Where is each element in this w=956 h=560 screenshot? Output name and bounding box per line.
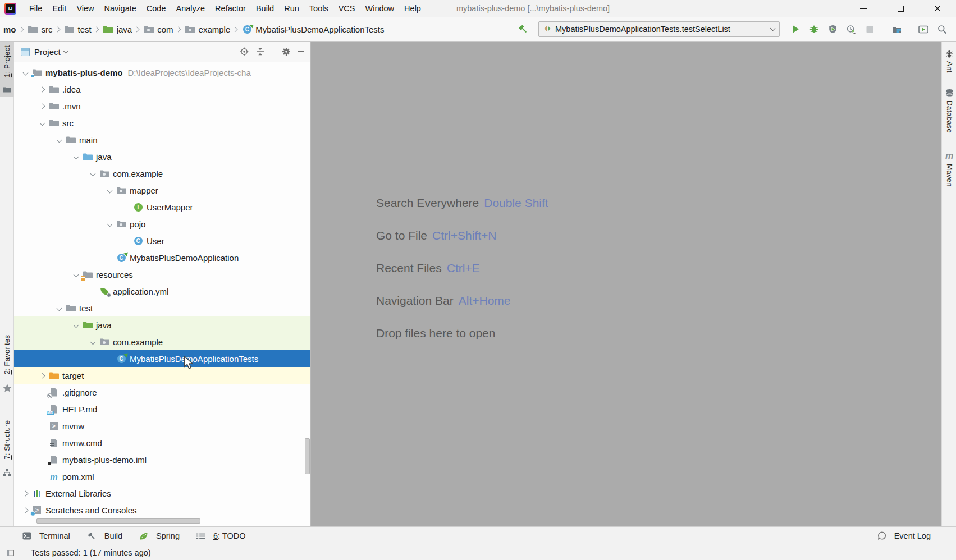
settings-button[interactable] (282, 47, 291, 56)
tree-collapse-chevron-icon[interactable] (53, 138, 65, 142)
tree-row[interactable]: CMybatisPlusDemoApplication (14, 249, 310, 266)
tree-row[interactable]: java (14, 316, 310, 333)
menu-code[interactable]: Code (141, 2, 171, 15)
editor-area[interactable]: Search EverywhereDouble ShiftGo to FileC… (311, 42, 941, 526)
folder-icon (65, 304, 76, 313)
search-button[interactable] (934, 21, 950, 37)
chevron-down-icon[interactable] (63, 48, 67, 53)
toolwindow-tab-favorites[interactable]: 2: Favorites (0, 331, 14, 396)
tree-collapse-chevron-icon[interactable] (86, 340, 99, 344)
tree-collapse-chevron-icon[interactable] (36, 121, 48, 125)
maximize-button[interactable] (882, 0, 919, 17)
toolwindow-button-build[interactable]: Build (87, 531, 122, 541)
tree-row[interactable]: MDHELP.md (14, 401, 310, 417)
tree-row[interactable]: CUser (14, 232, 310, 249)
toolwindow-button-spring[interactable]: Spring (139, 531, 180, 540)
menu-help[interactable]: Help (399, 2, 426, 15)
toolwindow-tab-maven[interactable]: mMaven (942, 152, 956, 187)
toolwindow-button-todo[interactable]: 6: TODO (196, 531, 246, 540)
toolwindow-toggle-icon[interactable] (7, 550, 14, 556)
tree-row[interactable]: java (14, 148, 310, 165)
tree-collapse-chevron-icon[interactable] (103, 222, 116, 226)
menu-file[interactable]: File (24, 2, 47, 15)
breadcrumb-item[interactable]: src (28, 25, 53, 34)
locate-button[interactable] (240, 47, 249, 56)
tree-row[interactable]: mvnw.cmd (14, 434, 310, 451)
empty-editor-hints: Search EverywhereDouble ShiftGo to FileC… (376, 187, 548, 350)
menu-run[interactable]: Run (279, 2, 304, 15)
breadcrumb-item[interactable]: test (64, 25, 92, 34)
tree-row[interactable]: .mvn (14, 98, 310, 114)
menu-view[interactable]: View (71, 2, 99, 15)
tree-expand-chevron-icon[interactable] (36, 88, 48, 91)
tree-row[interactable]: pojo (14, 215, 310, 232)
run-configuration-select[interactable]: MybatisPlusDemoApplicationTests.testSele… (538, 21, 780, 37)
tree-row[interactable]: mapper (14, 182, 310, 199)
run-button[interactable] (787, 21, 804, 37)
tree-expand-chevron-icon[interactable] (36, 374, 48, 378)
menu-refactor[interactable]: Refactor (210, 2, 251, 15)
menu-tools[interactable]: Tools (304, 2, 333, 15)
toolwindow-tab-ant[interactable]: Ant (942, 49, 956, 72)
stop-button[interactable] (861, 21, 878, 37)
tree-row[interactable]: IUserMapper (14, 199, 310, 215)
tree-collapse-chevron-icon[interactable] (70, 323, 82, 327)
minimize-button[interactable] (845, 0, 882, 17)
menu-edit[interactable]: Edit (47, 2, 71, 15)
tree-expand-chevron-icon[interactable] (19, 508, 31, 512)
profiler-button[interactable] (843, 21, 859, 37)
tree-expand-chevron-icon[interactable] (36, 104, 48, 108)
tree-expand-chevron-icon[interactable] (19, 492, 31, 495)
run-anything-button[interactable] (915, 21, 932, 37)
tree-collapse-chevron-icon[interactable] (19, 71, 31, 75)
tree-row[interactable]: .gitignore (14, 384, 310, 401)
debug-button[interactable] (806, 21, 822, 37)
breadcrumb-item[interactable]: CMybatisPlusDemoApplicationTests (241, 25, 384, 34)
mouse-cursor (184, 356, 193, 370)
menu-build[interactable]: Build (251, 2, 279, 15)
build-hammer-button[interactable] (515, 21, 532, 37)
tree-row[interactable]: com.example (14, 333, 310, 350)
tree-row[interactable]: mybatis-plus-demoD:\IdeaProjects\IdeaPro… (14, 64, 310, 81)
toolwindow-tab-project[interactable]: 1: Project (0, 42, 14, 97)
breadcrumb-item[interactable]: mo (3, 25, 16, 34)
tree-collapse-chevron-icon[interactable] (86, 172, 99, 176)
tree-row[interactable]: application.yml (14, 283, 310, 300)
project-structure-button[interactable] (888, 21, 905, 37)
tree-row[interactable]: .idea (14, 81, 310, 98)
close-button[interactable] (919, 0, 956, 17)
toolwindow-button-terminal[interactable]: Terminal (22, 531, 70, 540)
project-panel-title[interactable]: Project (34, 47, 61, 57)
tree-row[interactable]: test (14, 300, 310, 316)
tree-row[interactable]: main (14, 131, 310, 148)
toolwindow-tab-database[interactable]: Database (942, 89, 956, 133)
tree-row[interactable]: mybatis-plus-demo.iml (14, 451, 310, 468)
breadcrumb-item[interactable]: com (143, 25, 173, 34)
tree-row[interactable]: target (14, 367, 310, 384)
tree-collapse-chevron-icon[interactable] (70, 273, 82, 277)
tree-row[interactable]: External Libraries (14, 485, 310, 502)
tree-row[interactable]: >mvnw (14, 417, 310, 434)
tree-row[interactable]: src (14, 114, 310, 131)
toolwindow-tab-structure[interactable]: 7: Structure (0, 416, 14, 480)
breadcrumb-item[interactable]: example (185, 25, 231, 34)
tree-collapse-chevron-icon[interactable] (53, 306, 65, 310)
tree-row[interactable]: resources (14, 266, 310, 283)
tree-row[interactable]: mpom.xml (14, 468, 310, 485)
vertical-scrollbar[interactable] (305, 438, 310, 474)
tree-row[interactable]: CMybatisPlusDemoApplicationTests (14, 350, 310, 367)
coverage-button[interactable] (824, 21, 841, 37)
breadcrumb-item[interactable]: java (103, 25, 132, 34)
menu-analyze[interactable]: Analyze (171, 2, 211, 15)
hide-button[interactable] (298, 51, 305, 53)
toolwindow-button-event-log[interactable]: Event Log (877, 531, 931, 540)
menu-window[interactable]: Window (360, 2, 400, 15)
horizontal-scrollbar[interactable] (36, 518, 200, 524)
tree-collapse-chevron-icon[interactable] (103, 189, 116, 192)
tree-row[interactable]: >Scratches and Consoles (14, 502, 310, 518)
collapse-all-button[interactable] (256, 48, 264, 56)
tree-collapse-chevron-icon[interactable] (70, 155, 82, 159)
menu-navigate[interactable]: Navigate (99, 2, 141, 15)
tree-row[interactable]: com.example (14, 165, 310, 182)
menu-vcs[interactable]: VCS (333, 2, 360, 15)
